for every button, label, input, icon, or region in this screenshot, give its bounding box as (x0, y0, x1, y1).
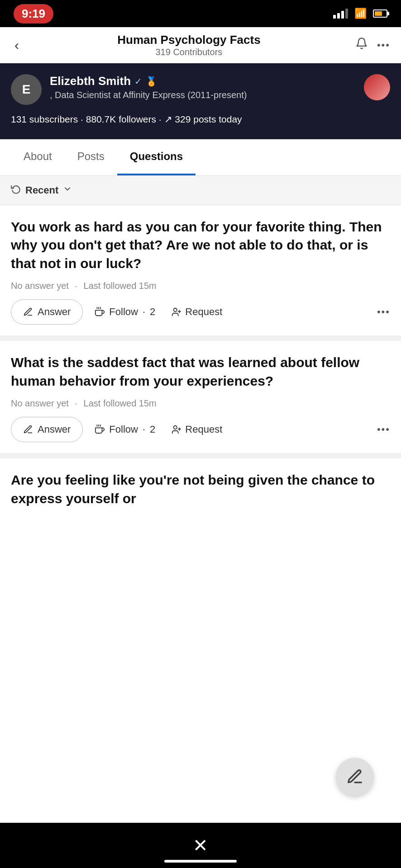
more-options-icon[interactable]: ••• (377, 39, 390, 51)
no-answer-label: No answer yet (11, 281, 69, 291)
badge-icon: 🏅 (146, 76, 157, 87)
answer-button[interactable]: Answer (11, 299, 83, 325)
avatar: E (11, 74, 42, 105)
tabs-bar: About Posts Questions (0, 139, 401, 176)
status-bar: 9:19 📶 (0, 0, 401, 27)
verified-icon: ✓ (134, 76, 142, 87)
question-status: No answer yet · Last followed 15m (11, 398, 390, 409)
separator: · (75, 281, 77, 291)
nav-actions: ••• (355, 37, 390, 53)
more-options-button[interactable]: ••• (377, 424, 390, 435)
question-title: You work as hard as you can for your fav… (11, 218, 390, 273)
tab-about[interactable]: About (11, 139, 65, 175)
question-card-partial: Are you feeling like you're not being gi… (0, 458, 401, 527)
profile-meta: , Data Scientist at Affinity Express (20… (50, 90, 356, 100)
close-button[interactable]: ✕ (193, 835, 208, 856)
right-avatar (364, 74, 390, 100)
home-indicator (164, 860, 237, 863)
follow-button[interactable]: Follow · 2 (90, 417, 160, 442)
profile-name: Elizebth Smith (50, 74, 131, 88)
contributors-count: 319 Contributors (30, 47, 348, 57)
separator: · (75, 398, 77, 408)
back-button[interactable]: ‹ (11, 34, 23, 57)
follow-button[interactable]: Follow · 2 (90, 300, 160, 324)
signal-icon (333, 9, 348, 19)
profile-info: Elizebth Smith ✓ 🏅 , Data Scientist at A… (50, 74, 356, 100)
question-card: You work as hard as you can for your fav… (0, 205, 401, 341)
chevron-down-icon (63, 184, 72, 196)
nav-title-block: Human Psychology Facts 319 Contributors (30, 33, 348, 57)
filter-recent-icon (11, 184, 21, 197)
more-options-button[interactable]: ••• (377, 306, 390, 318)
question-title: Are you feeling like you're not being gi… (11, 471, 390, 508)
stats-row: 131 subscribers · 880.7K followers · ↗ 3… (11, 112, 390, 127)
last-followed: Last followed 15m (84, 281, 157, 291)
profile-section: E Elizebth Smith ✓ 🏅 , Data Scientist at… (0, 63, 401, 139)
answer-button[interactable]: Answer (11, 417, 83, 442)
top-nav: ‹ Human Psychology Facts 319 Contributor… (0, 27, 401, 63)
wifi-icon: 📶 (354, 8, 367, 19)
svg-point-3 (174, 308, 177, 311)
request-button[interactable]: Request (167, 300, 227, 324)
tab-posts[interactable]: Posts (65, 139, 117, 175)
battery-icon (373, 9, 387, 18)
profile-row: E Elizebth Smith ✓ 🏅 , Data Scientist at… (11, 74, 390, 105)
filter-label: Recent (25, 184, 58, 196)
request-button[interactable]: Request (167, 417, 227, 442)
question-title: What is the saddest fact that was learne… (11, 354, 390, 390)
filter-bar[interactable]: Recent (0, 176, 401, 205)
question-card: What is the saddest fact that was learne… (0, 341, 401, 458)
svg-point-9 (174, 426, 177, 429)
status-icons: 📶 (333, 8, 387, 19)
status-time: 9:19 (14, 4, 53, 24)
tab-questions[interactable]: Questions (117, 139, 196, 175)
notification-bell-icon[interactable] (355, 37, 368, 53)
question-status: No answer yet · Last followed 15m (11, 281, 390, 291)
no-answer-label: No answer yet (11, 398, 69, 408)
question-actions: Answer Follow · 2 Request ••• (11, 299, 390, 325)
space-title: Human Psychology Facts (30, 33, 348, 47)
compose-fab[interactable] (336, 758, 374, 796)
question-actions: Answer Follow · 2 Request ••• (11, 417, 390, 442)
profile-name-row: Elizebth Smith ✓ 🏅 (50, 74, 356, 88)
last-followed: Last followed 15m (84, 398, 157, 408)
